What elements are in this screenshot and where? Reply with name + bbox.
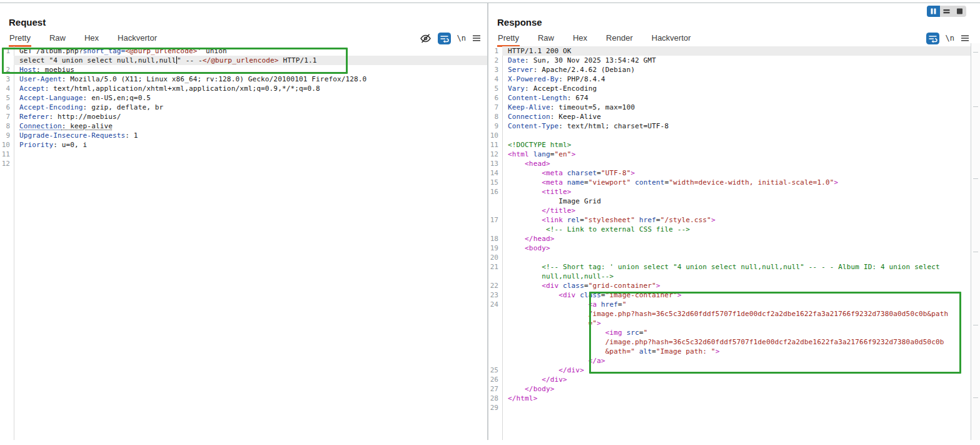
code-text: GET /album.php?short_tag=<@burp_urlencod… xyxy=(14,46,487,56)
code-line[interactable]: 23 <div class="image-container"> xyxy=(488,290,971,300)
code-segment: Date xyxy=(508,56,525,64)
line-number xyxy=(0,56,14,65)
code-line[interactable]: 12 xyxy=(0,159,487,168)
line-number: 21 xyxy=(488,262,502,272)
code-line[interactable]: 26 </div> xyxy=(488,375,971,384)
code-segment: rel xyxy=(563,216,580,224)
menu-icon[interactable] xyxy=(961,34,969,42)
request-tab-hex[interactable]: Hex xyxy=(84,32,99,45)
word-wrap-icon[interactable] xyxy=(926,33,939,44)
code-line[interactable]: 9Content-Type: text/html; charset=UTF-8 xyxy=(488,121,971,131)
code-line[interactable]: 21 <!-- Short tag: ' union select "4 uni… xyxy=(488,262,971,272)
code-line[interactable]: 10Priority: u=0, i xyxy=(0,140,487,150)
code-line[interactable]: 6Content-Length: 674 xyxy=(488,93,971,103)
scroll-marker-strip[interactable] xyxy=(971,43,980,440)
code-line[interactable]: 7Keep-Alive: timeout=5, max=100 xyxy=(488,103,971,112)
code-line[interactable]: 25 </div> xyxy=(488,366,971,375)
code-line[interactable]: 6Accept-Encoding: gzip, deflate, br xyxy=(0,103,487,112)
code-line[interactable]: 9Upgrade-Insecure-Requests: 1 xyxy=(0,131,487,140)
code-line[interactable]: 22 <div class="grid-container"> xyxy=(488,281,971,290)
code-segment: = xyxy=(580,216,584,224)
request-tab-raw[interactable]: Raw xyxy=(49,32,66,45)
code-segment: name xyxy=(563,178,584,187)
code-line[interactable]: 2Date: Sun, 30 Nov 2025 13:54:42 GMT xyxy=(488,56,971,65)
code-line[interactable]: 17 <link rel="stylesheet" href="/style.c… xyxy=(488,215,971,225)
code-line[interactable]: 28</html> xyxy=(488,394,971,403)
code-line[interactable]: 1HTTP/1.1 200 OK xyxy=(488,46,971,56)
response-tab-pretty[interactable]: Pretty xyxy=(497,32,520,47)
code-line[interactable]: </title> xyxy=(488,206,971,215)
response-tab-render[interactable]: Render xyxy=(605,32,634,45)
code-line[interactable]: 29 xyxy=(488,403,971,412)
code-text: </head> xyxy=(502,234,971,243)
code-line[interactable]: <!-- Link to external CSS file --> xyxy=(488,225,971,234)
code-text: <meta name="viewport" content="width=dev… xyxy=(502,178,971,187)
code-line[interactable]: 5Accept-Language: en-US,en;q=0.5 xyxy=(0,93,487,103)
request-tab-hackvertor[interactable]: Hackvertor xyxy=(117,32,158,45)
code-line[interactable]: 27 </body> xyxy=(488,384,971,394)
code-segment: <!DOCTYPE html> xyxy=(508,141,572,149)
code-line[interactable]: 8Connection: Keep-Alive xyxy=(488,112,971,121)
code-line[interactable]: 10 xyxy=(488,131,971,140)
code-line[interactable]: 1GET /album.php?short_tag=<@burp_urlenco… xyxy=(0,46,487,56)
response-tab-raw[interactable]: Raw xyxy=(537,32,555,45)
code-segment: "stylesheet" xyxy=(584,216,635,224)
code-segment: GET /album.php? xyxy=(19,47,83,55)
code-segment: : moebius xyxy=(36,66,74,74)
code-line[interactable]: 5Vary: Accept-Encoding xyxy=(488,84,971,93)
code-line[interactable]: </a> xyxy=(488,356,971,366)
code-segment: href xyxy=(635,216,656,224)
code-line[interactable]: 19 <body> xyxy=(488,243,971,253)
code-segment: <img xyxy=(508,329,622,337)
code-line[interactable]: 7Referer: http://moebius/ xyxy=(0,112,487,121)
response-editor[interactable]: 1HTTP/1.1 200 OK2Date: Sun, 30 Nov 2025 … xyxy=(488,46,971,412)
code-line[interactable]: 2Host: moebius xyxy=(0,65,487,74)
code-text: </div> xyxy=(502,366,971,375)
code-line[interactable]: 11<!DOCTYPE html> xyxy=(488,140,971,150)
newline-icon[interactable]: \n xyxy=(457,34,466,43)
code-line[interactable]: ="> xyxy=(488,319,971,328)
code-line[interactable]: 24 <a href=" xyxy=(488,300,971,309)
code-line[interactable]: Image Grid xyxy=(488,197,971,206)
code-text: select "4 union select null,null,null" -… xyxy=(14,56,487,65)
code-line[interactable]: null,null,null--> xyxy=(488,272,971,281)
code-line[interactable]: 20 xyxy=(488,253,971,262)
code-line[interactable]: 11 xyxy=(0,150,487,159)
code-line[interactable]: /image.php?hash=36c5c32d60fddf5707f1de00… xyxy=(488,309,971,319)
code-segment: </a> xyxy=(508,357,605,365)
code-line[interactable]: 4Accept: text/html,application/xhtml+xml… xyxy=(0,84,487,93)
code-segment: "UTF-8" xyxy=(601,169,630,177)
code-line[interactable]: 18 </head> xyxy=(488,234,971,243)
scroll-marker-tick xyxy=(973,397,978,398)
eye-off-icon[interactable] xyxy=(420,33,432,44)
request-editor[interactable]: 1GET /album.php?short_tag=<@burp_urlenco… xyxy=(0,46,487,168)
code-line[interactable]: 8Connection: keep-alive xyxy=(0,121,487,131)
code-text: Priority: u=0, i xyxy=(14,140,487,150)
line-number: 2 xyxy=(0,65,14,74)
code-line[interactable]: <img src=" xyxy=(488,328,971,337)
code-segment: short_tag= xyxy=(83,47,126,55)
code-text: <title> xyxy=(502,187,971,197)
code-line[interactable]: 4X-Powered-By: PHP/8.4.4 xyxy=(488,74,971,84)
code-segment: > xyxy=(597,319,601,327)
code-line[interactable]: 13 <head> xyxy=(488,159,971,168)
response-tab-hackvertor[interactable]: Hackvertor xyxy=(651,32,692,45)
request-tab-pretty[interactable]: Pretty xyxy=(9,32,31,47)
code-line[interactable]: &path=" alt="Image path: "> xyxy=(488,347,971,356)
code-segment: = xyxy=(639,329,644,337)
code-line[interactable]: 3User-Agent: Mozilla/5.0 (X11; Linux x86… xyxy=(0,74,487,84)
newline-icon[interactable]: \n xyxy=(946,34,954,43)
line-number: 8 xyxy=(488,112,502,121)
code-line[interactable]: 3Server: Apache/2.4.62 (Debian) xyxy=(488,65,971,74)
code-line[interactable]: 16 <title> xyxy=(488,187,971,197)
code-line[interactable]: select "4 union select null,null,null" -… xyxy=(0,56,487,65)
code-segment: HTTP/1.1 xyxy=(279,56,317,64)
code-line[interactable]: 15 <meta name="viewport" content="width=… xyxy=(488,178,971,187)
menu-icon[interactable] xyxy=(472,34,481,42)
code-line[interactable]: 12<html lang="en"> xyxy=(488,150,971,159)
line-number: 17 xyxy=(488,215,502,225)
code-line[interactable]: 14 <meta charset="UTF-8"> xyxy=(488,168,971,178)
word-wrap-icon[interactable] xyxy=(438,33,451,44)
response-tab-hex[interactable]: Hex xyxy=(572,32,588,45)
code-line[interactable]: /image.php?hash=36c5c32d60fddf5707f1de00… xyxy=(488,337,971,347)
